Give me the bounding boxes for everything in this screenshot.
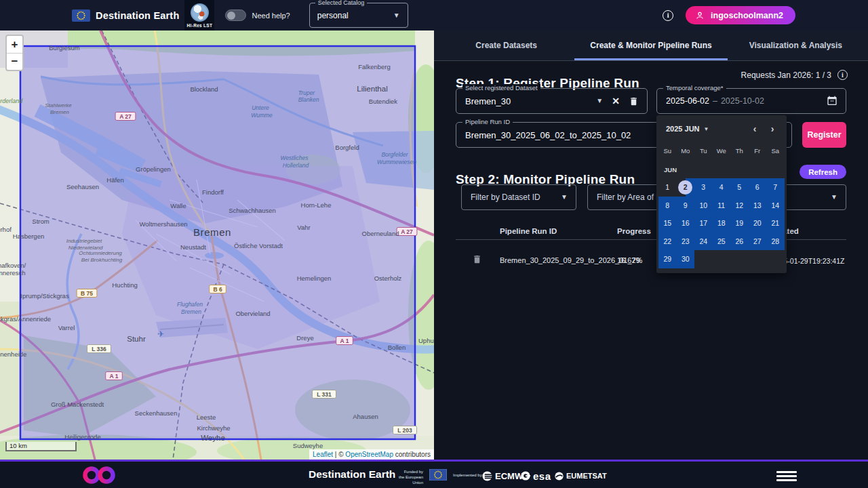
map-label: Seehausen bbox=[66, 183, 99, 190]
weekday-label: Mo bbox=[677, 145, 695, 156]
map-attribution: Leaflet | © OpenStreetMap contributors bbox=[309, 449, 434, 460]
calendar-day[interactable]: 11 bbox=[713, 197, 731, 215]
menu-icon[interactable] bbox=[776, 471, 797, 484]
map-label: Walle bbox=[170, 202, 186, 209]
calendar-day[interactable]: 16 bbox=[677, 214, 695, 232]
map-label: Sudweyhe bbox=[293, 442, 323, 449]
calendar-day[interactable]: 27 bbox=[749, 232, 767, 251]
weekday-label: Su bbox=[658, 145, 677, 156]
dataset-select-field[interactable]: Select registered Dataset Bremen_30 ▼ ✕ bbox=[456, 88, 648, 114]
refresh-button[interactable]: Refresh bbox=[800, 165, 846, 179]
username: ingoschoolmann2 bbox=[711, 11, 783, 20]
map-label: Groß Mackenstedt bbox=[51, 401, 104, 408]
tab-visualization-analysis[interactable]: Visualization & Analysis bbox=[724, 30, 868, 60]
zoom-out-button[interactable]: − bbox=[7, 53, 22, 70]
calendar-day[interactable]: 5 bbox=[730, 178, 749, 197]
ecmwf-icon bbox=[482, 471, 492, 481]
calendar-day[interactable]: 1 bbox=[658, 178, 677, 197]
eu-flag-icon bbox=[429, 469, 447, 481]
leaflet-link[interactable]: Leaflet bbox=[313, 451, 333, 458]
map-label: Weyhe bbox=[201, 434, 225, 442]
dataset-value: Bremen_30 bbox=[465, 96, 596, 106]
catalog-select[interactable]: Selected Catalog personal ▼ bbox=[309, 3, 408, 28]
month-label: JUN bbox=[664, 166, 677, 174]
map-view[interactable]: A 27A 27A 1A 1B 75B 6L 336L 331L 203 Bur… bbox=[0, 30, 434, 460]
map-label: Burglesum bbox=[49, 44, 79, 52]
map-label: Westliches bbox=[281, 155, 309, 161]
filter-dataset-id[interactable]: Filter by Dataset ID ▼ bbox=[461, 184, 576, 210]
calendar-day[interactable]: 21 bbox=[766, 214, 785, 232]
eumetsat-logo: EUMETSAT bbox=[555, 462, 607, 488]
calendar-day[interactable]: 25 bbox=[713, 232, 731, 251]
info-icon[interactable]: i bbox=[837, 70, 848, 80]
calendar-day[interactable]: 28 bbox=[766, 232, 785, 251]
calendar-day[interactable]: 18 bbox=[713, 214, 731, 232]
pipeline-panel: Create Datasets Create & Monitor Pipelin… bbox=[434, 30, 868, 460]
calendar-day[interactable]: 26 bbox=[730, 232, 749, 251]
svg-text:A 27: A 27 bbox=[401, 228, 413, 235]
previous-month-button[interactable]: ‹ bbox=[746, 123, 764, 134]
tab-create-datasets[interactable]: Create Datasets bbox=[434, 30, 578, 60]
calendar-icon[interactable] bbox=[827, 96, 837, 106]
user-menu-button[interactable]: ingoschoolmann2 bbox=[686, 6, 795, 24]
map-label: Annenheide bbox=[0, 350, 26, 358]
calendar-day[interactable]: 8 bbox=[658, 197, 677, 215]
calendar-day[interactable]: 22 bbox=[658, 232, 677, 251]
calendar-day[interactable]: 14 bbox=[766, 197, 785, 215]
help-toggle[interactable] bbox=[225, 9, 246, 21]
osm-link[interactable]: OpenStreetMap bbox=[345, 451, 393, 458]
temporal-field-label: Temporal coverage* bbox=[663, 84, 726, 92]
month-year-selector[interactable]: 2025 JUN▼ bbox=[666, 125, 709, 133]
esa-logo: esa bbox=[521, 462, 551, 488]
temporal-end-date[interactable]: 2025-10-02 bbox=[721, 96, 827, 106]
zoom-in-button[interactable]: + bbox=[7, 36, 22, 53]
map-label: Blanken bbox=[298, 96, 319, 103]
map-label: Häfen bbox=[106, 176, 123, 184]
next-month-button[interactable]: › bbox=[764, 123, 781, 134]
map-label: Werderland bbox=[0, 98, 23, 104]
map-label: Donneresch bbox=[0, 269, 26, 277]
calendar-day[interactable]: 29 bbox=[658, 250, 677, 268]
calendar-day[interactable]: 13 bbox=[749, 197, 767, 215]
calendar-day[interactable]: 30 bbox=[677, 250, 695, 268]
calendar-day[interactable]: 12 bbox=[730, 197, 749, 215]
temporal-coverage-field[interactable]: Temporal coverage* 2025-06-02 – 2025-10-… bbox=[656, 88, 846, 114]
calendar-day[interactable]: 3 bbox=[694, 178, 713, 197]
weekday-label: We bbox=[713, 145, 731, 156]
tab-create-monitor-pipeline-runs[interactable]: Create & Monitor Pipeline Runs bbox=[578, 30, 723, 60]
temporal-start-date[interactable]: 2025-06-02 bbox=[666, 96, 709, 106]
calendar-day[interactable]: 19 bbox=[730, 214, 749, 232]
calendar-day[interactable]: 6 bbox=[749, 178, 767, 197]
eumetsat-icon bbox=[555, 472, 564, 481]
footer-brand: Destination Earth bbox=[309, 468, 395, 481]
calendar-day[interactable]: 17 bbox=[694, 214, 713, 232]
road-badge: A 27 bbox=[115, 113, 136, 121]
map-label: Obervieland bbox=[235, 310, 270, 317]
clear-dataset-icon[interactable]: ✕ bbox=[612, 96, 620, 106]
chevron-down-icon[interactable]: ▼ bbox=[596, 98, 603, 104]
map-label: Schwachhausen bbox=[229, 207, 276, 214]
calendar-day[interactable]: 15 bbox=[658, 214, 677, 232]
calendar-day[interactable]: 7 bbox=[766, 178, 785, 197]
calendar-day[interactable]: 9 bbox=[677, 197, 695, 215]
hires-lst-badge[interactable]: Hi-Res LST bbox=[184, 0, 214, 30]
calendar-day[interactable]: 23 bbox=[677, 232, 695, 251]
delete-dataset-icon[interactable] bbox=[629, 96, 639, 106]
table-row: Bremen_30_2025_09_29_to_2026_01_29 16.67… bbox=[434, 247, 868, 274]
map-label: Gröpelingen bbox=[136, 165, 171, 173]
calendar-day[interactable]: 4 bbox=[713, 178, 731, 197]
map-label: Industriegebiet bbox=[66, 238, 102, 244]
weekday-label: Sa bbox=[766, 145, 785, 156]
info-icon[interactable]: i bbox=[663, 10, 673, 21]
calendar-day[interactable]: 2 bbox=[677, 178, 695, 197]
calendar-day[interactable]: 20 bbox=[749, 214, 767, 232]
road-badge: L 203 bbox=[393, 426, 417, 434]
calendar-day[interactable]: 24 bbox=[694, 232, 713, 251]
map-label: Horn-Lehe bbox=[301, 201, 332, 209]
register-button[interactable]: Register bbox=[802, 122, 846, 148]
map-label: Lilienthal bbox=[357, 85, 387, 93]
map-label: Wumme bbox=[251, 112, 273, 119]
delete-run-button[interactable] bbox=[472, 254, 482, 267]
map-label: Wummewiesen bbox=[377, 159, 416, 165]
calendar-day[interactable]: 10 bbox=[694, 197, 713, 215]
